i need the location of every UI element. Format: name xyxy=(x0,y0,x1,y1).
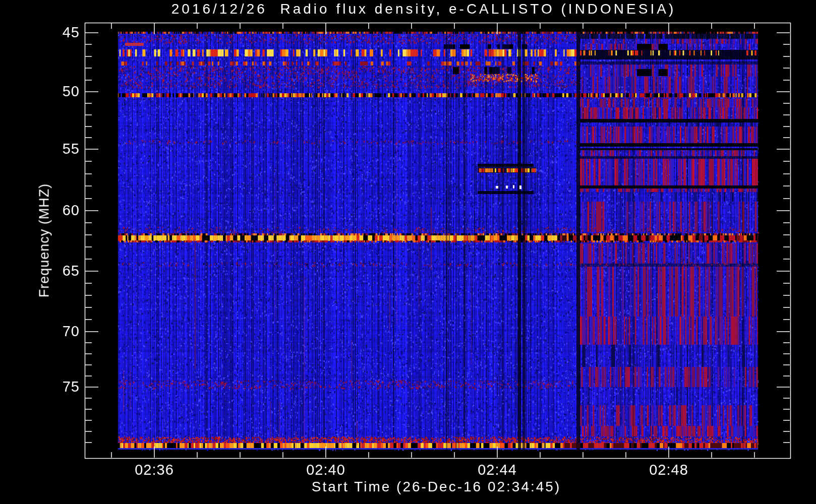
x-tick-label: 02:44 xyxy=(457,462,538,478)
y-tick-label: 75 xyxy=(29,379,80,395)
y-tick-label: 65 xyxy=(29,263,80,279)
y-axis-label: Frequency (MHZ) xyxy=(37,183,52,298)
y-tick-label: 50 xyxy=(29,83,80,100)
x-tick-label: 02:40 xyxy=(285,462,366,478)
x-axis-label: Start Time (26-Dec-16 02:34:45) xyxy=(83,479,789,495)
y-tick-label: 60 xyxy=(29,202,80,219)
x-tick-label: 02:36 xyxy=(114,462,195,478)
spectrogram-page: 2016/12/26 Radio flux density, e-CALLIST… xyxy=(0,0,816,504)
y-tick-label: 45 xyxy=(29,24,80,41)
spectrogram-canvas xyxy=(0,0,816,504)
y-tick-label: 55 xyxy=(29,141,80,157)
chart-title: 2016/12/26 Radio flux density, e-CALLIST… xyxy=(71,1,777,17)
y-tick-label: 70 xyxy=(29,323,80,340)
x-tick-label: 02:48 xyxy=(628,462,709,478)
